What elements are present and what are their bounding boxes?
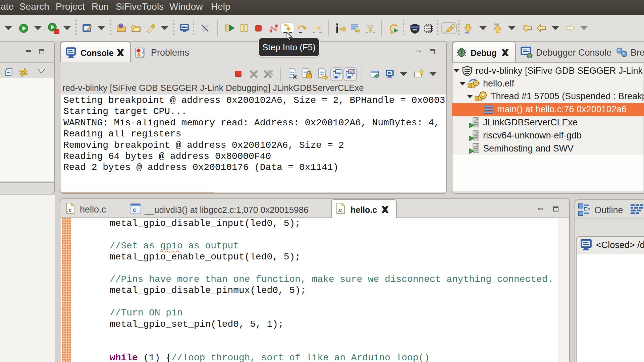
svg-text:.c: .c — [67, 207, 71, 213]
svg-text:c: c — [133, 206, 137, 213]
svg-text:.c: .c — [337, 207, 342, 213]
